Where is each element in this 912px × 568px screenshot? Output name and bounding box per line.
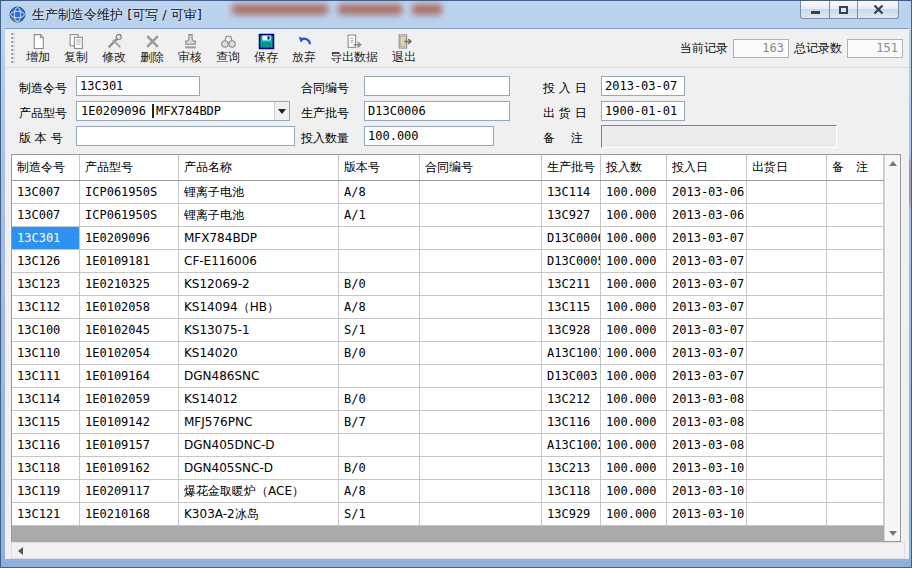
grid-cell[interactable]: 13C213 bbox=[542, 457, 601, 479]
grid-cell[interactable]: 13C115 bbox=[542, 296, 601, 318]
grid-cell[interactable] bbox=[827, 273, 884, 295]
grid-cell[interactable] bbox=[747, 227, 827, 249]
grid-cell[interactable]: KS12069-2 bbox=[179, 273, 339, 295]
grid-cell[interactable] bbox=[747, 342, 827, 364]
column-header[interactable]: 产品名称 bbox=[179, 155, 339, 180]
grid-cell[interactable] bbox=[747, 457, 827, 479]
column-header[interactable]: 投入日 bbox=[667, 155, 747, 180]
grid-cell[interactable]: 2013-03-07 bbox=[667, 342, 747, 364]
grid-cell[interactable]: MFJ576PNC bbox=[179, 411, 339, 433]
grid-cell[interactable] bbox=[420, 457, 542, 479]
grid-cell[interactable]: 2013-03-07 bbox=[667, 273, 747, 295]
grid-cell[interactable] bbox=[420, 365, 542, 387]
grid-cell[interactable]: 13C110 bbox=[12, 342, 80, 364]
grid-cell[interactable] bbox=[420, 250, 542, 272]
grid-cell[interactable]: 1E0102059 bbox=[80, 388, 179, 410]
grid-cell[interactable]: 爆花金取暖炉（ACE） bbox=[179, 480, 339, 502]
grid-cell[interactable]: DGN405DNC-D bbox=[179, 434, 339, 456]
grid-cell[interactable]: 1E0109142 bbox=[80, 411, 179, 433]
grid-cell[interactable]: 1E0209096 bbox=[80, 227, 179, 249]
horizontal-scrollbar[interactable] bbox=[11, 542, 905, 559]
grid-cell[interactable] bbox=[827, 319, 884, 341]
qty-input[interactable] bbox=[364, 126, 494, 146]
grid-cell[interactable]: 100.000 bbox=[601, 342, 667, 364]
grid-cell[interactable]: 2013-03-08 bbox=[667, 411, 747, 433]
grid-cell[interactable]: 2013-03-10 bbox=[667, 503, 747, 525]
grid-cell[interactable]: 13C212 bbox=[542, 388, 601, 410]
column-header[interactable]: 制造令号 bbox=[12, 155, 80, 180]
grid-cell[interactable]: 13C301 bbox=[12, 227, 80, 249]
grid-cell[interactable] bbox=[827, 365, 884, 387]
grid-cell[interactable]: 1E0210325 bbox=[80, 273, 179, 295]
grid-cell[interactable]: A/8 bbox=[339, 181, 420, 203]
grid-cell[interactable] bbox=[827, 181, 884, 203]
grid-cell[interactable]: 100.000 bbox=[601, 503, 667, 525]
grid-cell[interactable]: 2013-03-08 bbox=[667, 388, 747, 410]
grid-cell[interactable]: 2013-03-06 bbox=[667, 204, 747, 226]
grid-cell[interactable] bbox=[827, 411, 884, 433]
grid-cell[interactable]: B/0 bbox=[339, 273, 420, 295]
grid-cell[interactable]: D13C0005 bbox=[542, 250, 601, 272]
grid-cell[interactable]: 13C929 bbox=[542, 503, 601, 525]
toolbar-grip[interactable] bbox=[11, 33, 15, 63]
grid-cell[interactable]: 1E0102054 bbox=[80, 342, 179, 364]
grid-cell[interactable]: 100.000 bbox=[601, 181, 667, 203]
grid-cell[interactable]: KS13075-1 bbox=[179, 319, 339, 341]
grid-cell[interactable]: 100.000 bbox=[601, 319, 667, 341]
grid-cell[interactable] bbox=[747, 411, 827, 433]
grid-cell[interactable]: B/0 bbox=[339, 342, 420, 364]
grid-cell[interactable]: 2013-03-08 bbox=[667, 434, 747, 456]
grid-cell[interactable]: 13C211 bbox=[542, 273, 601, 295]
grid-cell[interactable] bbox=[420, 388, 542, 410]
grid-cell[interactable]: 13C928 bbox=[542, 319, 601, 341]
close-button[interactable] bbox=[857, 1, 899, 19]
grid-cell[interactable] bbox=[420, 411, 542, 433]
grid-cell[interactable] bbox=[420, 503, 542, 525]
grid-cell[interactable]: 2013-03-10 bbox=[667, 480, 747, 502]
grid-cell[interactable]: 1E0109162 bbox=[80, 457, 179, 479]
grid-cell[interactable]: S/1 bbox=[339, 503, 420, 525]
grid-cell[interactable] bbox=[827, 480, 884, 502]
grid-cell[interactable]: KS14020 bbox=[179, 342, 339, 364]
column-header[interactable]: 合同编号 bbox=[420, 155, 542, 180]
grid-cell[interactable] bbox=[827, 388, 884, 410]
grid-cell[interactable]: 13C100 bbox=[12, 319, 80, 341]
grid-cell[interactable]: 13C115 bbox=[12, 411, 80, 433]
grid-cell[interactable]: ICP061950S bbox=[80, 181, 179, 203]
grid-cell[interactable]: 13C114 bbox=[12, 388, 80, 410]
grid-cell[interactable]: 2013-03-07 bbox=[667, 296, 747, 318]
scroll-left-button[interactable] bbox=[12, 543, 28, 558]
grid-cell[interactable] bbox=[827, 250, 884, 272]
grid-cell[interactable]: 13C126 bbox=[12, 250, 80, 272]
grid-cell[interactable]: 1E0109157 bbox=[80, 434, 179, 456]
grid-cell[interactable]: 13C007 bbox=[12, 204, 80, 226]
grid-cell[interactable] bbox=[747, 388, 827, 410]
grid-cell[interactable]: 锂离子电池 bbox=[179, 204, 339, 226]
grid-cell[interactable]: S/1 bbox=[339, 319, 420, 341]
grid-cell[interactable]: ICP061950S bbox=[80, 204, 179, 226]
grid-cell[interactable] bbox=[827, 342, 884, 364]
grid-cell[interactable] bbox=[339, 434, 420, 456]
grid-cell[interactable]: 13C114 bbox=[542, 181, 601, 203]
grid-cell[interactable] bbox=[747, 204, 827, 226]
minimize-button[interactable] bbox=[800, 1, 830, 19]
grid-cell[interactable] bbox=[420, 181, 542, 203]
grid-cell[interactable]: 2013-03-07 bbox=[667, 250, 747, 272]
grid-cell[interactable] bbox=[827, 227, 884, 249]
grid-cell[interactable]: A/8 bbox=[339, 480, 420, 502]
grid-cell[interactable]: 1E0209117 bbox=[80, 480, 179, 502]
product-model-dropdown-arrow[interactable] bbox=[274, 102, 289, 120]
grid-cell[interactable] bbox=[420, 296, 542, 318]
grid-cell[interactable]: A/1 bbox=[339, 204, 420, 226]
grid-cell[interactable] bbox=[420, 227, 542, 249]
grid-cell[interactable]: 13C118 bbox=[542, 480, 601, 502]
grid-cell[interactable]: D13C0006 bbox=[542, 227, 601, 249]
grid-cell[interactable]: 1E0109181 bbox=[80, 250, 179, 272]
grid-cell[interactable] bbox=[827, 434, 884, 456]
grid-cell[interactable]: 100.000 bbox=[601, 411, 667, 433]
grid-cell[interactable]: 13C927 bbox=[542, 204, 601, 226]
grid-cell[interactable]: 100.000 bbox=[601, 434, 667, 456]
grid-cell[interactable]: 1E0109164 bbox=[80, 365, 179, 387]
grid-cell[interactable]: 13C116 bbox=[542, 411, 601, 433]
grid-cell[interactable] bbox=[747, 365, 827, 387]
